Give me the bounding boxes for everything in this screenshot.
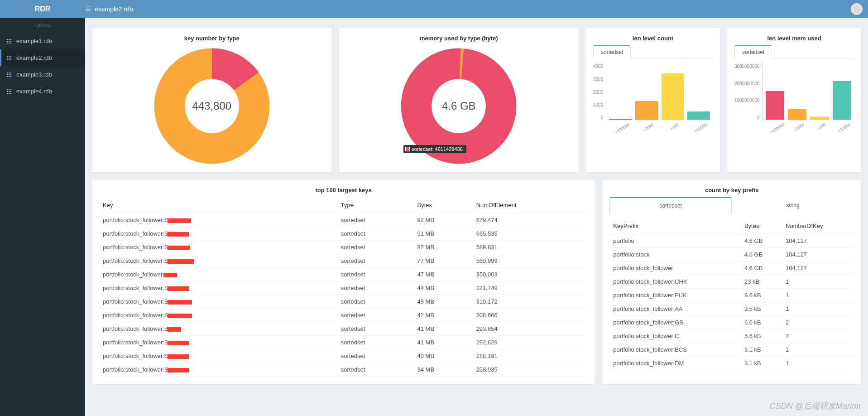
- sidebar-item-label: example3.rdb: [16, 71, 52, 78]
- content: key number by type 443,800 memory used b…: [85, 18, 868, 416]
- bar-card-len-mem: len level mem used sortedset 30000000002…: [727, 27, 862, 173]
- card-title: top 100 largest keys: [99, 187, 588, 193]
- grid-icon: [6, 72, 12, 77]
- card-title: len level mem used: [734, 35, 854, 42]
- grid-icon: [6, 89, 12, 94]
- table-row[interactable]: portfolio:stock_follower:Ssortedset40 MB…: [99, 349, 588, 363]
- bar[interactable]: [662, 73, 684, 120]
- largest-keys-table: KeyTypeBytesNumOfElement portfolio:stock…: [99, 197, 588, 377]
- table-row[interactable]: portfolio:stock_follower:Ssortedset91 MB…: [99, 227, 588, 241]
- sidebar-item-example4-rdb[interactable]: example4.rdb: [0, 83, 85, 100]
- table-row[interactable]: portfolio:stock_follower:Ssortedset42 MB…: [99, 309, 588, 322]
- card-title: key number by type: [184, 35, 240, 42]
- bar-label: >100: [669, 122, 680, 131]
- chart-tooltip: sortedset: 4611429436: [403, 145, 466, 153]
- tab-strip: sortedset string: [609, 197, 854, 213]
- bar-card-len-count: len level count sortedset 40003000200010…: [585, 27, 720, 173]
- table-row[interactable]: portfolio:stock_follower:Bsortedset41 MB…: [99, 322, 588, 336]
- tab-strip: sortedset: [734, 45, 854, 58]
- menu-toggle-icon[interactable]: ☰: [85, 5, 91, 13]
- app-logo[interactable]: RDR: [0, 5, 85, 13]
- table-card-largest-keys: top 100 largest keys KeyTypeBytesNumOfEl…: [91, 179, 595, 384]
- topbar: RDR ☰ example2.rdb: [0, 0, 868, 18]
- table-header[interactable]: Key: [99, 197, 337, 213]
- avatar[interactable]: [851, 3, 863, 15]
- donut-center-value: 443,800: [153, 47, 271, 165]
- sidebar-item-label: example2.rdb: [16, 54, 52, 61]
- table-row[interactable]: portfolio:stock_follower4.6 GB104,127: [609, 261, 854, 275]
- bar-label: >10000: [694, 122, 708, 133]
- bar[interactable]: [833, 81, 851, 120]
- donut-chart[interactable]: 443,800: [153, 47, 271, 165]
- sidebar-item-label: example1.rdb: [16, 38, 52, 44]
- table-row[interactable]: portfolio4.6 GB104,127: [609, 234, 854, 248]
- tab-sortedset[interactable]: sortedset: [609, 197, 732, 214]
- table-header[interactable]: NumOfElement: [473, 197, 588, 213]
- bar[interactable]: [687, 111, 710, 120]
- table-row[interactable]: portfolio:stock_follower:Ssortedset43 MB…: [99, 295, 588, 309]
- prefix-table: KeyPrefixBytesNumberOfKey portfolio4.6 G…: [609, 218, 854, 370]
- table-header[interactable]: Bytes: [741, 218, 782, 234]
- bar[interactable]: [766, 91, 784, 120]
- bar-label: >10000: [837, 122, 851, 133]
- table-row[interactable]: portfolio:stock_follower:Ssortedset41 MB…: [99, 336, 588, 349]
- table-header[interactable]: Type: [337, 197, 414, 213]
- card-title: memory used by type (byte): [420, 35, 498, 42]
- table-row[interactable]: portfolio:stock_follower:CHK23 kB1: [609, 275, 854, 289]
- current-file: example2.rdb: [95, 5, 133, 13]
- bar[interactable]: [635, 101, 658, 120]
- tab-sortedset[interactable]: sortedset: [734, 45, 772, 58]
- table-row[interactable]: portfolio:stock_follower:sortedset47 MB3…: [99, 268, 588, 281]
- table-row[interactable]: portfolio:stock_follower:Ssortedset44 MB…: [99, 281, 588, 295]
- bar-label: >100: [816, 122, 827, 131]
- sidebar: rdbfiles example1.rdbexample2.rdbexample…: [0, 18, 85, 416]
- table-row[interactable]: portfolio:stock_follower:Ssortedset34 MB…: [99, 363, 588, 377]
- bar-label: >100000: [769, 122, 785, 134]
- bar[interactable]: [810, 116, 829, 120]
- table-row[interactable]: portfolio:stock_follower:AA9.5 kB1: [609, 302, 854, 316]
- bar-chart[interactable]: 3000000000200000000010000000000 >100000>…: [734, 62, 854, 130]
- sidebar-item-example1-rdb[interactable]: example1.rdb: [0, 33, 85, 49]
- table-row[interactable]: portfolio:stock_follower:Ssortedset82 MB…: [99, 241, 588, 254]
- sidebar-item-example2-rdb[interactable]: example2.rdb: [0, 49, 85, 66]
- donut-card-memory: memory used by type (byte) 4.6 GB sorted…: [339, 27, 580, 173]
- table-header[interactable]: KeyPrefix: [609, 218, 741, 234]
- bar-chart[interactable]: 40003000200010000 >100000>1000>100>10000: [593, 62, 713, 130]
- table-header[interactable]: Bytes: [414, 197, 473, 213]
- table-row[interactable]: portfolio:stock_follower:Ssortedset92 MB…: [99, 213, 588, 227]
- table-card-prefix-count: count by key prefix sortedset string Key…: [602, 179, 862, 384]
- donut-chart[interactable]: 4.6 GB sortedset: 4611429436: [400, 47, 518, 165]
- donut-card-key-count: key number by type 443,800: [91, 27, 332, 173]
- bar-label: >1000: [643, 122, 655, 132]
- table-row[interactable]: portfolio:stock_follower:GS6.0 kB2: [609, 316, 854, 329]
- table-row[interactable]: portfolio:stock_follower:Ssortedset77 MB…: [99, 254, 588, 268]
- table-row[interactable]: portfolio:stock_follower:BCS3.1 kB1: [609, 343, 854, 357]
- card-title: count by key prefix: [609, 187, 854, 193]
- grid-icon: [6, 39, 12, 44]
- table-header[interactable]: NumberOfKey: [782, 218, 854, 234]
- tab-sortedset[interactable]: sortedset: [593, 45, 631, 58]
- table-row[interactable]: portfolio:stock_follower:C5.6 kB7: [609, 329, 854, 343]
- tab-strip: sortedset: [593, 45, 713, 58]
- sidebar-item-example3-rdb[interactable]: example3.rdb: [0, 66, 85, 83]
- sidebar-header: rdbfiles: [0, 18, 85, 33]
- sidebar-item-label: example4.rdb: [16, 88, 52, 95]
- grid-icon: [6, 55, 12, 61]
- tab-string[interactable]: string: [732, 197, 854, 213]
- bar[interactable]: [609, 119, 632, 120]
- bar-label: >1000: [793, 122, 805, 132]
- bar[interactable]: [788, 109, 806, 120]
- table-row[interactable]: portfolio:stock_follower:DM3.1 kB1: [609, 357, 854, 370]
- table-row[interactable]: portfolio:stock_follower:PUK9.6 kB1: [609, 289, 854, 302]
- table-row[interactable]: portfolio:stock4.6 GB104,127: [609, 248, 854, 261]
- bar-label: >100000: [614, 122, 631, 134]
- card-title: len level count: [593, 35, 713, 42]
